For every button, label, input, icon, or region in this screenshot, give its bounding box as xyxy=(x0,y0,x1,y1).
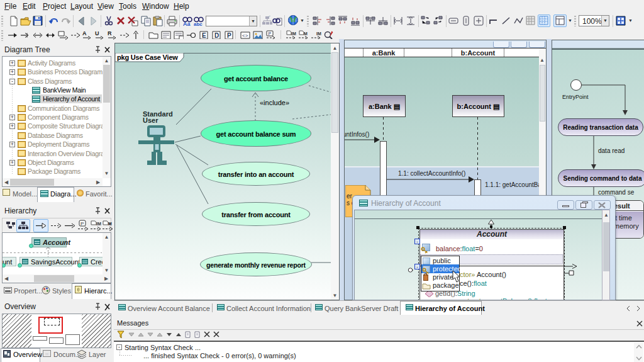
svg-text:P: P xyxy=(269,31,272,36)
svg-text:A: A xyxy=(82,30,87,37)
svg-text:IM: IM xyxy=(96,222,101,226)
svg-text:abc: abc xyxy=(194,21,203,26)
svg-text:<>: <> xyxy=(242,33,248,38)
svg-text:R: R xyxy=(108,30,112,37)
svg-text:U: U xyxy=(95,30,99,37)
svg-text:D: D xyxy=(214,32,219,39)
svg-text:IM: IM xyxy=(291,31,296,36)
svg-text:Aa: Aa xyxy=(183,21,191,26)
svg-text:P: P xyxy=(227,32,231,39)
svg-text:E: E xyxy=(202,32,206,39)
svg-text:P: P xyxy=(80,221,84,227)
svg-text:IM: IM xyxy=(316,31,321,36)
svg-text:M: M xyxy=(304,31,308,36)
